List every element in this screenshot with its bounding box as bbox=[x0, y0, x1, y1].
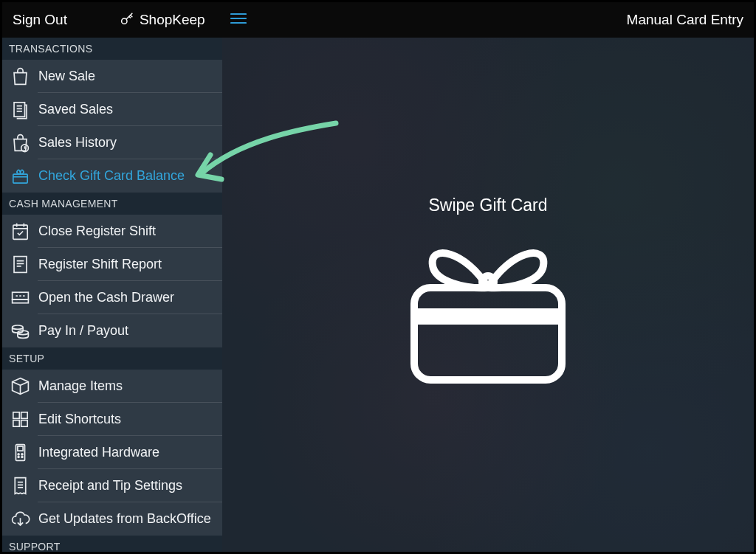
brand-label: ShopKeep bbox=[140, 12, 205, 28]
sidebar-item-label: Sales History bbox=[38, 135, 117, 150]
sidebar-item-label: Saved Sales bbox=[38, 102, 113, 117]
sidebar-item-close-register-shift[interactable]: Close Register Shift bbox=[38, 215, 222, 248]
hamburger-icon bbox=[230, 14, 247, 27]
svg-point-11 bbox=[13, 325, 24, 329]
box-icon bbox=[10, 375, 31, 397]
svg-rect-14 bbox=[21, 412, 27, 418]
sidebar-item-check-gift-card-balance[interactable]: Check Gift Card Balance bbox=[38, 159, 222, 193]
svg-point-22 bbox=[21, 456, 23, 457]
menu-toggle-button[interactable] bbox=[230, 13, 247, 27]
sidebar-item-label: Check Gift Card Balance bbox=[38, 168, 185, 184]
section-header-transactions: TRANSACTIONS bbox=[2, 38, 222, 60]
main-title: Swipe Gift Card bbox=[399, 195, 577, 215]
coins-icon bbox=[10, 320, 31, 342]
sidebar-item-integrated-hardware[interactable]: Integrated Hardware bbox=[38, 436, 222, 469]
key-icon bbox=[119, 10, 140, 30]
calendar-check-icon bbox=[10, 221, 31, 242]
svg-rect-13 bbox=[13, 412, 19, 418]
bag-icon bbox=[10, 66, 31, 87]
svg-point-19 bbox=[18, 453, 19, 454]
cloud-download-icon bbox=[10, 508, 31, 530]
sidebar-item-label: New Sale bbox=[38, 69, 95, 84]
sidebar-item-edit-shortcuts[interactable]: Edit Shortcuts bbox=[38, 403, 222, 436]
svg-rect-7 bbox=[13, 225, 27, 239]
sidebar-item-manage-items[interactable]: Manage Items bbox=[38, 370, 222, 403]
sidebar-item-pay-in-payout[interactable]: Pay In / Payout bbox=[38, 314, 222, 347]
svg-rect-18 bbox=[18, 446, 23, 451]
bag-clock-icon bbox=[10, 132, 31, 153]
sidebar-item-register-shift-report[interactable]: Register Shift Report bbox=[38, 248, 222, 281]
sidebar-item-label: Integrated Hardware bbox=[38, 445, 159, 460]
svg-rect-16 bbox=[21, 420, 27, 426]
sidebar-item-label: Receipt and Tip Settings bbox=[38, 478, 182, 494]
sidebar-item-label: Get Updates from BackOffice bbox=[38, 511, 211, 527]
terminal-icon bbox=[10, 442, 31, 463]
grid-icon bbox=[10, 409, 31, 430]
sidebar-item-saved-sales[interactable]: Saved Sales bbox=[38, 93, 222, 126]
sidebar-item-label: Close Register Shift bbox=[38, 224, 156, 239]
sidebar-item-get-updates[interactable]: Get Updates from BackOffice bbox=[38, 502, 222, 536]
top-bar: Sign Out ShopKeep Manual Card Entry bbox=[2, 2, 754, 38]
sidebar-item-new-sale[interactable]: New Sale bbox=[38, 60, 222, 93]
report-icon bbox=[10, 254, 31, 275]
gift-card-prompt: Swipe Gift Card bbox=[399, 195, 577, 394]
receipt-stack-icon bbox=[10, 99, 31, 120]
sign-out-button[interactable]: Sign Out bbox=[13, 12, 67, 28]
manual-card-entry-button[interactable]: Manual Card Entry bbox=[627, 12, 743, 28]
svg-rect-24 bbox=[414, 308, 562, 325]
main-panel: Swipe Gift Card bbox=[222, 38, 754, 552]
svg-rect-6 bbox=[13, 174, 27, 183]
sidebar-item-label: Manage Items bbox=[38, 378, 123, 394]
cash-drawer-icon bbox=[10, 287, 31, 308]
sidebar-item-receipt-tip-settings[interactable]: Receipt and Tip Settings bbox=[38, 469, 222, 502]
sidebar: TRANSACTIONS New Sale Saved Sales Sales … bbox=[2, 38, 222, 552]
sidebar-item-sales-history[interactable]: Sales History bbox=[38, 126, 222, 159]
section-header-cash: CASH MANAGEMENT bbox=[2, 193, 222, 215]
section-header-support: SUPPORT bbox=[2, 536, 222, 552]
sidebar-item-label: Register Shift Report bbox=[38, 257, 162, 272]
svg-rect-15 bbox=[13, 420, 19, 426]
svg-point-20 bbox=[21, 453, 23, 454]
sidebar-item-label: Open the Cash Drawer bbox=[38, 290, 174, 305]
sidebar-item-label: Pay In / Payout bbox=[38, 323, 128, 339]
receipt-icon bbox=[10, 475, 31, 496]
gift-card-illustration-icon bbox=[399, 381, 577, 393]
svg-rect-10 bbox=[13, 299, 29, 302]
svg-rect-23 bbox=[414, 288, 562, 380]
gift-icon bbox=[10, 165, 31, 187]
brand: ShopKeep bbox=[119, 10, 205, 30]
sidebar-item-open-cash-drawer[interactable]: Open the Cash Drawer bbox=[38, 281, 222, 314]
svg-rect-4 bbox=[14, 102, 24, 116]
sidebar-item-label: Edit Shortcuts bbox=[38, 412, 121, 427]
svg-rect-8 bbox=[14, 256, 27, 272]
section-header-setup: SETUP bbox=[2, 347, 222, 370]
svg-point-0 bbox=[122, 18, 127, 24]
svg-point-21 bbox=[18, 456, 19, 457]
